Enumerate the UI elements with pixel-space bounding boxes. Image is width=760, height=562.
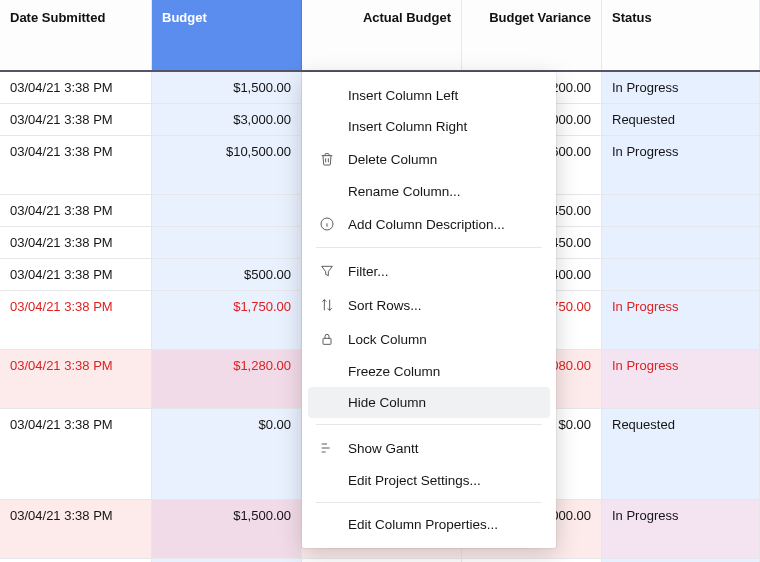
cell-status[interactable]: Requested bbox=[602, 409, 760, 499]
cell-date-submitted[interactable]: 03/04/21 3:38 PM bbox=[0, 350, 152, 408]
menu-item-label: Edit Column Properties... bbox=[348, 517, 498, 532]
gantt-icon bbox=[318, 439, 336, 457]
col-header-budget[interactable]: Budget bbox=[152, 0, 302, 70]
cell-budget[interactable] bbox=[152, 227, 302, 258]
cell-budget[interactable]: $0.00 bbox=[152, 409, 302, 499]
menu-item-label: Filter... bbox=[348, 264, 389, 279]
menu-item-label: Delete Column bbox=[348, 152, 437, 167]
cell-status[interactable] bbox=[602, 227, 760, 258]
cell-date-submitted[interactable]: 03/04/21 3:38 PM bbox=[0, 291, 152, 349]
menu-insert-column-right[interactable]: Insert Column Right bbox=[302, 111, 556, 142]
lock-icon bbox=[318, 330, 336, 348]
cell-budget[interactable]: $1,500.00 bbox=[152, 72, 302, 103]
menu-edit-project-settings[interactable]: Edit Project Settings... bbox=[302, 465, 556, 496]
menu-rename-column[interactable]: Rename Column... bbox=[302, 176, 556, 207]
svg-rect-1 bbox=[323, 338, 331, 344]
col-header-date-submitted[interactable]: Date Submitted bbox=[0, 0, 152, 70]
menu-item-label: Lock Column bbox=[348, 332, 427, 347]
menu-sort-rows[interactable]: Sort Rows... bbox=[302, 288, 556, 322]
cell-status[interactable]: In Progress bbox=[602, 350, 760, 408]
cell-budget[interactable]: $1,750.00 bbox=[152, 291, 302, 349]
column-context-menu: Insert Column Left Insert Column Right D… bbox=[302, 72, 556, 548]
column-header-row: Date Submitted Budget Actual Budget Budg… bbox=[0, 0, 760, 72]
menu-filter[interactable]: Filter... bbox=[302, 254, 556, 288]
menu-insert-column-left[interactable]: Insert Column Left bbox=[302, 80, 556, 111]
cell-date-submitted[interactable]: 03/04/21 3:38 PM bbox=[0, 104, 152, 135]
menu-delete-column[interactable]: Delete Column bbox=[302, 142, 556, 176]
cell-date-submitted[interactable]: 03/04/21 3:38 PM bbox=[0, 500, 152, 558]
menu-item-label: Insert Column Left bbox=[348, 88, 458, 103]
menu-item-label: Edit Project Settings... bbox=[348, 473, 481, 488]
menu-separator bbox=[316, 502, 542, 503]
cell-date-submitted[interactable]: 03/04/21 3:38 PM bbox=[0, 409, 152, 499]
cell-status[interactable]: Requested bbox=[602, 104, 760, 135]
menu-item-label: Insert Column Right bbox=[348, 119, 467, 134]
cell-budget[interactable] bbox=[152, 195, 302, 226]
col-header-status[interactable]: Status bbox=[602, 0, 760, 70]
col-header-actual-budget[interactable]: Actual Budget bbox=[302, 0, 462, 70]
cell-budget[interactable]: $10,500.00 bbox=[152, 136, 302, 194]
cell-budget[interactable]: $3,000.00 bbox=[152, 104, 302, 135]
menu-freeze-column[interactable]: Freeze Column bbox=[302, 356, 556, 387]
menu-lock-column[interactable]: Lock Column bbox=[302, 322, 556, 356]
cell-status[interactable]: In Progress bbox=[602, 500, 760, 558]
col-header-budget-variance[interactable]: Budget Variance bbox=[462, 0, 602, 70]
cell-status[interactable]: In Progress bbox=[602, 291, 760, 349]
menu-item-label: Add Column Description... bbox=[348, 217, 505, 232]
cell-budget[interactable]: $1,280.00 bbox=[152, 350, 302, 408]
menu-show-gantt[interactable]: Show Gantt bbox=[302, 431, 556, 465]
filter-icon bbox=[318, 262, 336, 280]
menu-separator bbox=[316, 424, 542, 425]
menu-separator bbox=[316, 247, 542, 248]
cell-status[interactable]: In Progress bbox=[602, 136, 760, 194]
menu-item-label: Freeze Column bbox=[348, 364, 440, 379]
menu-item-label: Rename Column... bbox=[348, 184, 461, 199]
cell-date-submitted[interactable]: 03/04/21 3:38 PM bbox=[0, 72, 152, 103]
cell-status[interactable] bbox=[602, 259, 760, 290]
cell-budget[interactable]: $1,500.00 bbox=[152, 500, 302, 558]
trash-icon bbox=[318, 150, 336, 168]
sort-arrows-icon bbox=[318, 296, 336, 314]
cell-date-submitted[interactable]: 03/04/21 3:38 PM bbox=[0, 227, 152, 258]
cell-budget[interactable]: $500.00 bbox=[152, 259, 302, 290]
menu-item-label: Show Gantt bbox=[348, 441, 419, 456]
menu-hide-column[interactable]: Hide Column bbox=[308, 387, 550, 418]
cell-status[interactable] bbox=[602, 195, 760, 226]
cell-date-submitted[interactable]: 03/04/21 3:38 PM bbox=[0, 259, 152, 290]
info-circle-icon bbox=[318, 215, 336, 233]
menu-item-label: Hide Column bbox=[348, 395, 426, 410]
cell-status[interactable]: In Progress bbox=[602, 72, 760, 103]
cell-date-submitted[interactable]: 03/04/21 3:38 PM bbox=[0, 195, 152, 226]
cell-date-submitted[interactable]: 03/04/21 3:38 PM bbox=[0, 136, 152, 194]
menu-edit-column-properties[interactable]: Edit Column Properties... bbox=[302, 509, 556, 540]
menu-add-column-description[interactable]: Add Column Description... bbox=[302, 207, 556, 241]
menu-item-label: Sort Rows... bbox=[348, 298, 422, 313]
